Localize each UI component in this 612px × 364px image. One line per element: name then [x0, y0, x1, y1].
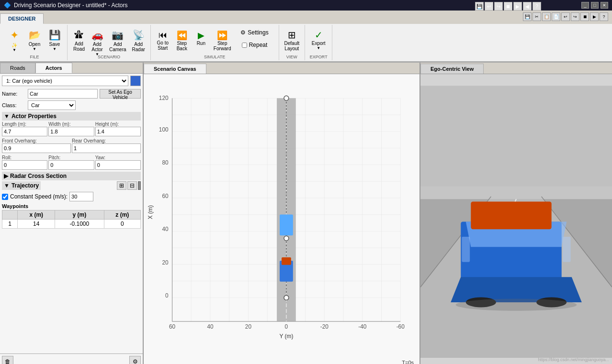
add-actor-button[interactable]: 🚗 AddActor ▼ [89, 26, 106, 54]
add-road-button[interactable]: 🛣 AddRoad [70, 26, 88, 54]
qa-undo-icon[interactable]: ↩ [561, 12, 570, 21]
qa-paste-icon[interactable]: 📄 [552, 12, 560, 21]
add-waypoint-btn[interactable]: ⊞ [117, 181, 126, 190]
trajectory-header: ▼ Trajectory ⊞ ⊟ [2, 181, 141, 190]
actor-properties-header[interactable]: ▼ Actor Properties [2, 112, 141, 121]
set-ego-button[interactable]: Set As Ego Vehicle [100, 89, 141, 99]
scenario-canvas[interactable]: 120 100 80 60 40 20 0 60 40 20 0 -20 -40… [144, 74, 419, 364]
step-back-button[interactable]: ⏪ StepBack [173, 26, 191, 54]
row-y[interactable]: -0.1000 [55, 220, 104, 229]
svg-text:0: 0 [285, 323, 288, 330]
trajectory-section-header[interactable]: ▼ Trajectory [2, 181, 41, 190]
close-btn[interactable]: ✕ [601, 2, 608, 9]
panel-tabs: Roads Actors [0, 63, 143, 74]
open-arrow: ▼ [33, 47, 36, 51]
repeat-check[interactable] [242, 43, 247, 48]
class-dropdown[interactable]: Car Truck Pedestrian [28, 100, 76, 110]
qa-redo-btn[interactable]: ↪ [494, 2, 503, 11]
tab-roads[interactable]: Roads [0, 63, 35, 73]
rear-overhang-label: Rear Overhang: [72, 138, 141, 143]
qa-stop-icon[interactable]: ⏹ [580, 12, 589, 21]
scenario-canvas-tab[interactable]: Scenario Canvas [144, 64, 206, 74]
const-speed-checkbox[interactable] [2, 194, 8, 200]
row-z[interactable]: 0 [104, 220, 140, 229]
delete-actor-btn[interactable]: 🗑 [2, 356, 13, 364]
actor-color-btn[interactable] [130, 76, 141, 86]
ego-centric-tab[interactable]: Ego-Centric View [420, 64, 484, 74]
qa-help-btn[interactable]: ? [533, 2, 541, 11]
svg-text:40: 40 [207, 323, 214, 330]
add-camera-button[interactable]: 📷 AddCamera [107, 26, 129, 54]
radar-section-header[interactable]: ▶ Radar Cross Section [2, 172, 141, 180]
add-camera-label: AddCamera [109, 42, 126, 52]
new-button[interactable]: ✦ ✨ ▼ [5, 26, 24, 54]
export-arrow: ▼ [317, 46, 320, 50]
qa-undo-btn[interactable]: ↩ [485, 2, 493, 11]
pitch-input[interactable] [48, 160, 94, 170]
qa-help-icon[interactable]: ? [600, 12, 608, 21]
front-overhang-input[interactable] [2, 143, 71, 153]
minimize-btn[interactable]: _ [581, 2, 589, 9]
default-layout-label: DefaultLayout [284, 41, 300, 51]
actor-dropdown[interactable]: 1: Car (ego vehicle) [2, 76, 128, 86]
length-input[interactable] [2, 127, 47, 136]
camera-settings-btn[interactable]: ⚙ [129, 356, 141, 364]
roll-input[interactable] [2, 160, 47, 170]
title-bar-left: 🔷 Driving Scenario Designer - untitled* … [4, 2, 127, 9]
settings-button[interactable]: ⚙ Settings [236, 27, 274, 38]
camera-gear-icon: ⚙ [133, 358, 138, 364]
qa-stop-btn[interactable]: ⏹ [504, 2, 512, 11]
save-button[interactable]: 💾 Save ▼ [45, 26, 64, 54]
file-group-label: FILE [5, 55, 64, 59]
ego-view-svg [420, 74, 612, 364]
svg-point-51 [284, 295, 289, 300]
add-radar-label: AddRadar [132, 42, 145, 52]
qa-cut-icon[interactable]: ✂ [533, 12, 541, 21]
new-icon: ✦ [10, 29, 19, 42]
traj-label: Trajectory [11, 182, 39, 189]
clear-trajectory-btn[interactable]: ⊟ [127, 181, 137, 190]
col-x: x (m) [18, 210, 55, 220]
qa-run-icon[interactable]: ▶ [590, 12, 599, 21]
open-button[interactable]: 📂 Open ▼ [25, 26, 44, 54]
add-radar-icon: 📡 [133, 29, 145, 41]
row-x[interactable]: 14 [18, 220, 55, 229]
speed-input[interactable] [69, 192, 93, 201]
traj-collapse-icon: ▼ [4, 182, 10, 189]
qa-redo-icon[interactable]: ↪ [571, 12, 579, 21]
run-label: Run [197, 41, 205, 46]
traj-scroll[interactable] [138, 181, 141, 190]
svg-text:20: 20 [162, 259, 169, 266]
qa-save-btn[interactable]: 💾 [475, 2, 484, 11]
front-overhang-label: Front Overhang: [2, 138, 71, 143]
add-radar-button[interactable]: 📡 AddRadar [130, 26, 147, 54]
export-button[interactable]: ✓ Export ▼ [308, 26, 329, 54]
height-input[interactable] [95, 127, 141, 136]
yaw-input[interactable] [95, 160, 141, 170]
view-group-label: VIEW [282, 55, 302, 59]
watermark: https://blog.csdn.net/mingjianguoya... [538, 357, 609, 362]
tab-actors[interactable]: Actors [35, 63, 72, 73]
designer-tab[interactable]: DESIGNER [0, 13, 44, 24]
repeat-checkbox[interactable]: Repeat [236, 39, 274, 51]
svg-rect-66 [471, 201, 551, 229]
step-forward-button[interactable]: ⏩ StepForward [211, 26, 234, 54]
maximize-btn[interactable]: □ [591, 2, 599, 9]
table-row: 1 14 -0.1000 0 [2, 220, 141, 229]
qa-save-icon[interactable]: 💾 [523, 12, 532, 21]
svg-text:-40: -40 [358, 323, 367, 330]
name-input[interactable] [28, 89, 98, 99]
default-layout-button[interactable]: ⊞ DefaultLayout [282, 26, 302, 54]
qa-copy-icon[interactable]: 📋 [542, 12, 551, 21]
ribbon-group-export: ✓ Export ▼ EXPORT [305, 25, 332, 60]
qa-run-btn[interactable]: ▶ [513, 2, 522, 11]
ribbon-group-simulate: ⏮ Go toStart ⏪ StepBack ▶ Run ⏩ StepForw… [151, 25, 279, 60]
width-input[interactable] [48, 127, 94, 136]
go-to-start-button[interactable]: ⏮ Go toStart [154, 26, 172, 54]
qa-back-btn[interactable]: ◀ [523, 2, 532, 11]
rear-overhang-input[interactable] [72, 143, 141, 153]
svg-rect-53 [282, 257, 291, 265]
width-cell: Width (m): [48, 121, 94, 136]
run-button[interactable]: ▶ Run [192, 26, 210, 54]
svg-point-49 [284, 96, 289, 100]
